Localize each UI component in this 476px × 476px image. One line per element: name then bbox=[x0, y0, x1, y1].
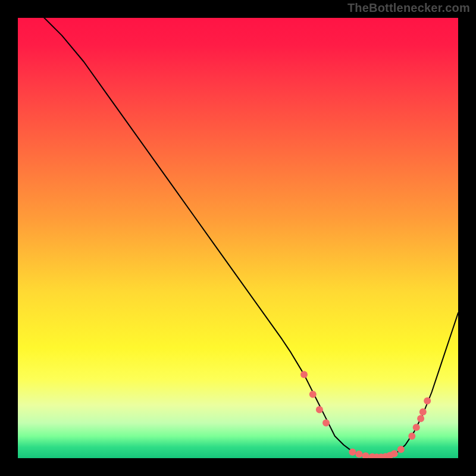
bottleneck-curve bbox=[18, 18, 458, 458]
data-point bbox=[413, 424, 420, 431]
data-point bbox=[349, 449, 356, 456]
data-point bbox=[309, 391, 317, 398]
watermark-text: TheBottlenecker.com bbox=[347, 1, 470, 15]
data-point bbox=[300, 371, 308, 378]
data-point bbox=[362, 452, 369, 458]
data-point bbox=[397, 446, 405, 453]
data-point bbox=[417, 415, 424, 422]
chart-frame: TheBottlenecker.com bbox=[0, 0, 476, 476]
data-point bbox=[424, 397, 431, 405]
data-point bbox=[391, 450, 398, 458]
curve-layer bbox=[18, 18, 458, 458]
data-point bbox=[408, 433, 415, 440]
data-point bbox=[356, 450, 363, 458]
data-point bbox=[316, 406, 323, 414]
data-point bbox=[322, 419, 330, 427]
data-point bbox=[419, 408, 427, 415]
plot-area bbox=[18, 18, 458, 458]
